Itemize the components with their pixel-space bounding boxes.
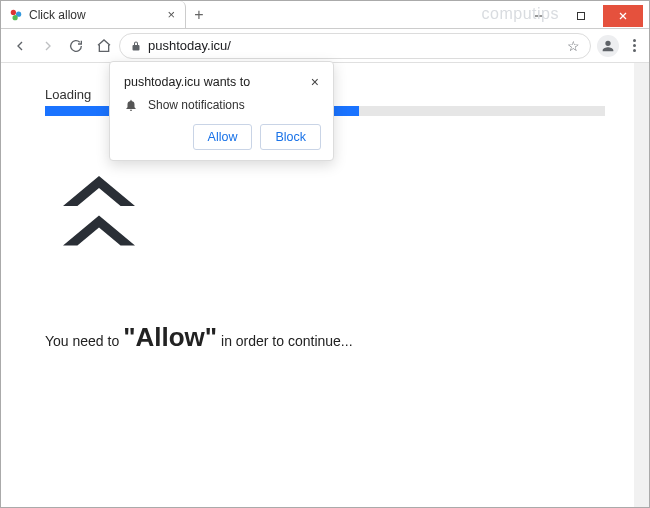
tab-close-icon[interactable]: × (165, 7, 177, 22)
reload-button[interactable] (63, 33, 89, 59)
tab-title: Click allow (29, 8, 159, 22)
forward-button[interactable] (35, 33, 61, 59)
msg-quote-open: " (123, 322, 135, 352)
popover-origin: pushtoday.icu wants to (124, 75, 250, 89)
bookmark-star-icon[interactable]: ☆ (567, 38, 580, 54)
home-button[interactable] (91, 33, 117, 59)
msg-allow: Allow (135, 322, 204, 352)
address-bar[interactable]: pushtoday.icu/ ☆ (119, 33, 591, 59)
instruction-message: You need to "Allow" in order to continue… (45, 322, 605, 353)
lock-icon (130, 40, 142, 52)
profile-avatar-button[interactable] (597, 35, 619, 57)
block-button[interactable]: Block (260, 124, 321, 150)
bell-icon (124, 98, 138, 112)
user-icon (600, 38, 616, 54)
svg-rect-4 (578, 12, 585, 19)
allow-button[interactable]: Allow (193, 124, 253, 150)
window-drag-area (212, 1, 649, 29)
new-tab-button[interactable]: + (186, 1, 212, 29)
url-text: pushtoday.icu/ (148, 38, 561, 53)
svg-point-0 (11, 9, 16, 14)
msg-prefix: You need to (45, 333, 123, 349)
titlebar: Click allow × + (1, 1, 649, 29)
svg-point-2 (13, 15, 18, 20)
tab-favicon-icon (9, 8, 23, 22)
msg-suffix: in order to continue... (217, 333, 352, 349)
notification-permission-popover: pushtoday.icu wants to × Show notificati… (109, 61, 334, 161)
browser-menu-button[interactable] (625, 39, 643, 52)
window-maximize-button[interactable] (561, 5, 601, 27)
back-button[interactable] (7, 33, 33, 59)
window-close-button[interactable] (603, 5, 643, 27)
chevron-up-graphic (39, 152, 605, 276)
browser-tab[interactable]: Click allow × (1, 1, 186, 29)
browser-toolbar: pushtoday.icu/ ☆ (1, 29, 649, 63)
window-minimize-button[interactable] (519, 5, 559, 27)
popover-close-icon[interactable]: × (309, 74, 321, 90)
msg-quote-close: " (205, 322, 217, 352)
popover-permission-label: Show notifications (148, 98, 245, 112)
